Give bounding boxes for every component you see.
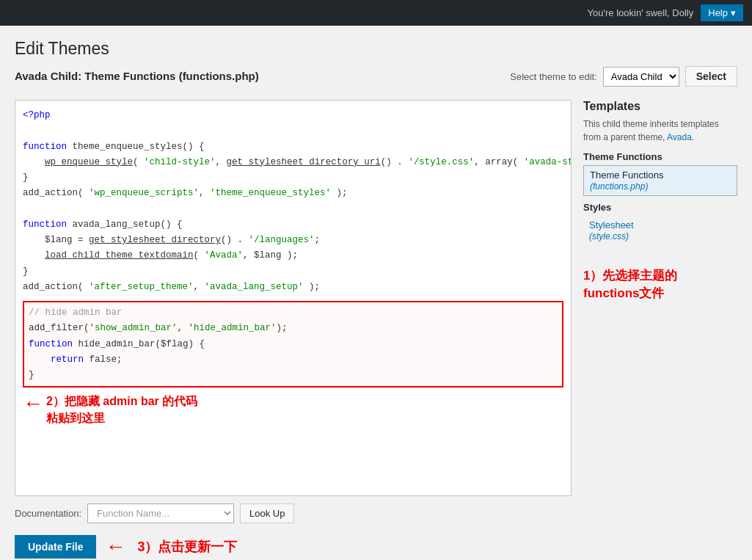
- theme-selector-area: Select theme to edit: Avada Child Select: [510, 66, 737, 87]
- sidebar-item-functions-sub: (functions.php): [590, 181, 648, 192]
- greeting-text: You're lookin' swell, Dolly: [588, 7, 694, 18]
- arrow-left-icon-2: ←: [105, 537, 125, 557]
- sidebar-item-functions[interactable]: Theme Functions (functions.php): [583, 165, 737, 196]
- page-title: Edit Themes: [15, 39, 737, 59]
- code-content: <?php function theme_enqueue_styles() { …: [23, 108, 563, 295]
- page-subtitle: Avada Child: Theme Functions (functions.…: [15, 70, 259, 82]
- main-area: <?php function theme_enqueue_styles() { …: [15, 100, 737, 559]
- lookup-button[interactable]: Look Up: [240, 503, 294, 523]
- function-name-select[interactable]: Function Name...: [87, 503, 234, 523]
- sidebar-inherit-text: This child theme inherits templates from…: [583, 117, 737, 144]
- sidebar: Templates This child theme inherits temp…: [583, 100, 737, 302]
- help-button[interactable]: Help ▾: [701, 4, 743, 21]
- theme-select[interactable]: Avada Child: [603, 67, 679, 87]
- annotation-2-text: 2）把隐藏 admin bar 的代码 粘贴到这里: [46, 393, 197, 426]
- update-file-button[interactable]: Update File: [15, 535, 96, 559]
- chevron-down-icon: ▾: [731, 7, 736, 18]
- annotation-1-text: 1）先选择主题的 functions文件: [583, 267, 737, 302]
- annotation-3-text: 3）点击更新一下: [137, 538, 237, 556]
- sidebar-item-functions-label: Theme Functions: [590, 170, 663, 181]
- highlight-content: // hide admin bar add_filter('show_admin…: [29, 305, 558, 383]
- code-editor[interactable]: <?php function theme_enqueue_styles() { …: [15, 100, 572, 496]
- code-highlight-block: // hide admin bar add_filter('show_admin…: [23, 301, 563, 388]
- select-button[interactable]: Select: [685, 66, 737, 87]
- theme-selector-label: Select theme to edit:: [510, 71, 597, 82]
- avada-link[interactable]: Avada.: [667, 132, 694, 142]
- sidebar-stylesheet-sub: (style.css): [589, 231, 629, 241]
- update-row: Update File ← 3）点击更新一下: [15, 535, 572, 559]
- sidebar-stylesheet-label: Stylesheet: [589, 219, 634, 230]
- arrow-left-icon: ←: [23, 393, 43, 414]
- sidebar-templates-title: Templates: [583, 100, 737, 113]
- sidebar-styles-title: Styles: [583, 202, 737, 213]
- sidebar-item-stylesheet[interactable]: Stylesheet (style.css): [583, 216, 737, 245]
- editor-section: <?php function theme_enqueue_styles() { …: [15, 100, 572, 559]
- page-wrap: Edit Themes Avada Child: Theme Functions…: [0, 26, 752, 560]
- top-bar: You're lookin' swell, Dolly Help ▾: [0, 0, 752, 26]
- annotation-2-area: ← 2）把隐藏 admin bar 的代码 粘贴到这里: [23, 393, 563, 426]
- doc-row: Documentation: Function Name... Look Up: [15, 503, 572, 523]
- help-label: Help: [708, 7, 728, 18]
- doc-label: Documentation:: [15, 508, 81, 519]
- sidebar-theme-functions-title: Theme Functions: [583, 151, 737, 162]
